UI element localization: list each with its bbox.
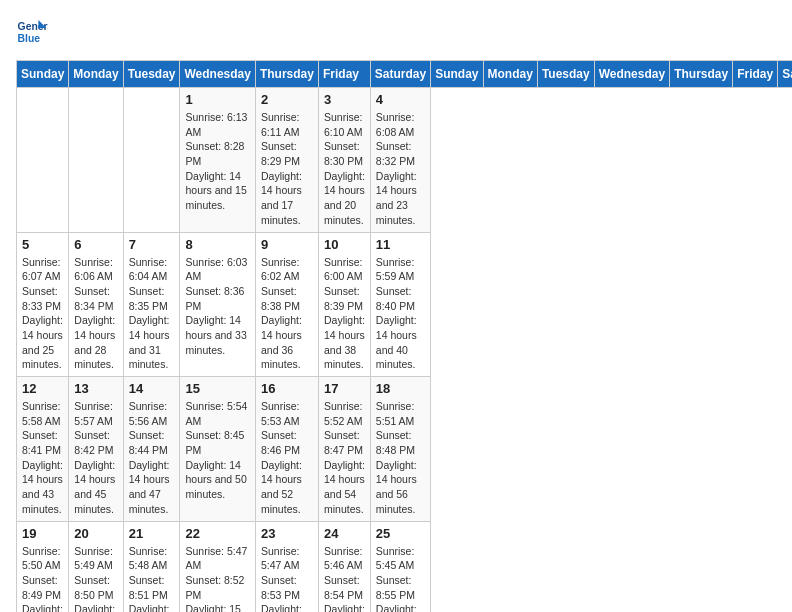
calendar-cell: 1Sunrise: 6:13 AM Sunset: 8:28 PM Daylig…	[180, 88, 255, 233]
day-info: Sunrise: 5:56 AM Sunset: 8:44 PM Dayligh…	[129, 399, 175, 517]
day-of-week-header: Saturday	[370, 61, 430, 88]
calendar-cell: 11Sunrise: 5:59 AM Sunset: 8:40 PM Dayli…	[370, 232, 430, 377]
calendar-cell	[17, 88, 69, 233]
day-info: Sunrise: 6:07 AM Sunset: 8:33 PM Dayligh…	[22, 255, 63, 373]
day-of-week-header: Monday	[483, 61, 537, 88]
day-info: Sunrise: 5:52 AM Sunset: 8:47 PM Dayligh…	[324, 399, 365, 517]
calendar-cell: 12Sunrise: 5:58 AM Sunset: 8:41 PM Dayli…	[17, 377, 69, 522]
day-number: 2	[261, 92, 313, 107]
day-info: Sunrise: 5:46 AM Sunset: 8:54 PM Dayligh…	[324, 544, 365, 613]
day-number: 12	[22, 381, 63, 396]
calendar-cell: 3Sunrise: 6:10 AM Sunset: 8:30 PM Daylig…	[318, 88, 370, 233]
day-info: Sunrise: 6:04 AM Sunset: 8:35 PM Dayligh…	[129, 255, 175, 373]
calendar-cell: 25Sunrise: 5:45 AM Sunset: 8:55 PM Dayli…	[370, 521, 430, 612]
day-number: 7	[129, 237, 175, 252]
calendar-cell: 17Sunrise: 5:52 AM Sunset: 8:47 PM Dayli…	[318, 377, 370, 522]
day-of-week-header: Monday	[69, 61, 123, 88]
day-number: 13	[74, 381, 117, 396]
day-number: 21	[129, 526, 175, 541]
day-info: Sunrise: 6:08 AM Sunset: 8:32 PM Dayligh…	[376, 110, 425, 228]
day-info: Sunrise: 5:48 AM Sunset: 8:51 PM Dayligh…	[129, 544, 175, 613]
calendar-week-row: 5Sunrise: 6:07 AM Sunset: 8:33 PM Daylig…	[17, 232, 793, 377]
day-info: Sunrise: 6:00 AM Sunset: 8:39 PM Dayligh…	[324, 255, 365, 373]
day-of-week-header: Saturday	[778, 61, 792, 88]
day-number: 16	[261, 381, 313, 396]
day-info: Sunrise: 6:10 AM Sunset: 8:30 PM Dayligh…	[324, 110, 365, 228]
page-header: General Blue	[16, 16, 776, 48]
day-number: 9	[261, 237, 313, 252]
day-number: 8	[185, 237, 249, 252]
day-number: 11	[376, 237, 425, 252]
calendar-cell: 13Sunrise: 5:57 AM Sunset: 8:42 PM Dayli…	[69, 377, 123, 522]
day-number: 10	[324, 237, 365, 252]
day-of-week-header: Friday	[733, 61, 778, 88]
day-number: 6	[74, 237, 117, 252]
calendar-table: SundayMondayTuesdayWednesdayThursdayFrid…	[16, 60, 792, 612]
calendar-cell: 21Sunrise: 5:48 AM Sunset: 8:51 PM Dayli…	[123, 521, 180, 612]
calendar-week-row: 1Sunrise: 6:13 AM Sunset: 8:28 PM Daylig…	[17, 88, 793, 233]
day-info: Sunrise: 6:03 AM Sunset: 8:36 PM Dayligh…	[185, 255, 249, 358]
calendar-cell: 8Sunrise: 6:03 AM Sunset: 8:36 PM Daylig…	[180, 232, 255, 377]
calendar-cell: 6Sunrise: 6:06 AM Sunset: 8:34 PM Daylig…	[69, 232, 123, 377]
day-info: Sunrise: 6:11 AM Sunset: 8:29 PM Dayligh…	[261, 110, 313, 228]
logo: General Blue	[16, 16, 48, 48]
calendar-cell: 15Sunrise: 5:54 AM Sunset: 8:45 PM Dayli…	[180, 377, 255, 522]
day-of-week-header: Thursday	[255, 61, 318, 88]
day-info: Sunrise: 5:47 AM Sunset: 8:52 PM Dayligh…	[185, 544, 249, 613]
day-number: 17	[324, 381, 365, 396]
day-info: Sunrise: 6:02 AM Sunset: 8:38 PM Dayligh…	[261, 255, 313, 373]
calendar-cell: 20Sunrise: 5:49 AM Sunset: 8:50 PM Dayli…	[69, 521, 123, 612]
day-number: 23	[261, 526, 313, 541]
day-info: Sunrise: 5:57 AM Sunset: 8:42 PM Dayligh…	[74, 399, 117, 517]
calendar-cell: 7Sunrise: 6:04 AM Sunset: 8:35 PM Daylig…	[123, 232, 180, 377]
calendar-cell: 9Sunrise: 6:02 AM Sunset: 8:38 PM Daylig…	[255, 232, 318, 377]
day-info: Sunrise: 5:54 AM Sunset: 8:45 PM Dayligh…	[185, 399, 249, 502]
day-number: 4	[376, 92, 425, 107]
calendar-cell: 16Sunrise: 5:53 AM Sunset: 8:46 PM Dayli…	[255, 377, 318, 522]
calendar-week-row: 19Sunrise: 5:50 AM Sunset: 8:49 PM Dayli…	[17, 521, 793, 612]
day-of-week-header: Sunday	[431, 61, 483, 88]
day-info: Sunrise: 6:06 AM Sunset: 8:34 PM Dayligh…	[74, 255, 117, 373]
calendar-cell: 10Sunrise: 6:00 AM Sunset: 8:39 PM Dayli…	[318, 232, 370, 377]
calendar-cell: 23Sunrise: 5:47 AM Sunset: 8:53 PM Dayli…	[255, 521, 318, 612]
calendar-cell: 22Sunrise: 5:47 AM Sunset: 8:52 PM Dayli…	[180, 521, 255, 612]
day-of-week-header: Wednesday	[180, 61, 255, 88]
day-info: Sunrise: 5:51 AM Sunset: 8:48 PM Dayligh…	[376, 399, 425, 517]
svg-text:Blue: Blue	[18, 33, 41, 44]
day-number: 5	[22, 237, 63, 252]
calendar-header-row: SundayMondayTuesdayWednesdayThursdayFrid…	[17, 61, 793, 88]
calendar-cell: 24Sunrise: 5:46 AM Sunset: 8:54 PM Dayli…	[318, 521, 370, 612]
day-number: 20	[74, 526, 117, 541]
calendar-week-row: 12Sunrise: 5:58 AM Sunset: 8:41 PM Dayli…	[17, 377, 793, 522]
day-number: 14	[129, 381, 175, 396]
day-info: Sunrise: 5:47 AM Sunset: 8:53 PM Dayligh…	[261, 544, 313, 613]
day-of-week-header: Tuesday	[537, 61, 594, 88]
day-of-week-header: Thursday	[670, 61, 733, 88]
day-number: 25	[376, 526, 425, 541]
day-info: Sunrise: 5:50 AM Sunset: 8:49 PM Dayligh…	[22, 544, 63, 613]
logo-icon: General Blue	[16, 16, 48, 48]
calendar-cell: 2Sunrise: 6:11 AM Sunset: 8:29 PM Daylig…	[255, 88, 318, 233]
day-info: Sunrise: 5:45 AM Sunset: 8:55 PM Dayligh…	[376, 544, 425, 613]
day-number: 3	[324, 92, 365, 107]
day-number: 24	[324, 526, 365, 541]
calendar-cell	[69, 88, 123, 233]
day-number: 1	[185, 92, 249, 107]
day-number: 15	[185, 381, 249, 396]
day-of-week-header: Friday	[318, 61, 370, 88]
day-of-week-header: Sunday	[17, 61, 69, 88]
day-number: 18	[376, 381, 425, 396]
day-of-week-header: Tuesday	[123, 61, 180, 88]
calendar-cell: 14Sunrise: 5:56 AM Sunset: 8:44 PM Dayli…	[123, 377, 180, 522]
calendar-cell	[123, 88, 180, 233]
day-info: Sunrise: 5:53 AM Sunset: 8:46 PM Dayligh…	[261, 399, 313, 517]
day-info: Sunrise: 5:49 AM Sunset: 8:50 PM Dayligh…	[74, 544, 117, 613]
day-info: Sunrise: 5:59 AM Sunset: 8:40 PM Dayligh…	[376, 255, 425, 373]
day-info: Sunrise: 5:58 AM Sunset: 8:41 PM Dayligh…	[22, 399, 63, 517]
day-of-week-header: Wednesday	[594, 61, 669, 88]
calendar-cell: 18Sunrise: 5:51 AM Sunset: 8:48 PM Dayli…	[370, 377, 430, 522]
calendar-cell: 5Sunrise: 6:07 AM Sunset: 8:33 PM Daylig…	[17, 232, 69, 377]
day-number: 19	[22, 526, 63, 541]
calendar-cell: 4Sunrise: 6:08 AM Sunset: 8:32 PM Daylig…	[370, 88, 430, 233]
day-info: Sunrise: 6:13 AM Sunset: 8:28 PM Dayligh…	[185, 110, 249, 213]
